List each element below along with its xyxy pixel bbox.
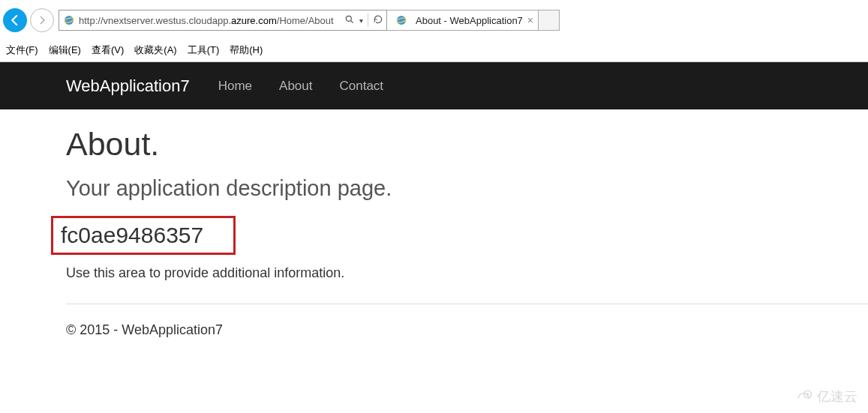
menu-edit[interactable]: 编辑(E) [49,43,81,57]
menu-tools[interactable]: 工具(T) [188,43,220,57]
search-icon[interactable] [344,14,355,27]
browser-nav-row: http://vnextserver.westus.cloudapp.azure… [0,0,868,40]
tab-title: About - WebApplication7 [416,15,523,26]
brand[interactable]: WebApplication7 [66,76,190,96]
svg-point-7 [806,394,809,396]
menu-file[interactable]: 文件(F) [6,43,38,57]
svg-point-0 [65,16,74,25]
dropdown-icon[interactable]: ▾ [359,16,363,25]
ie-icon [62,13,76,27]
nav-home[interactable]: Home [218,79,252,94]
watermark: 亿速云 [793,387,857,406]
url-post: /Home/About [277,15,334,26]
back-button[interactable] [3,8,27,32]
url-pre: http://vnextserver.westus.cloudapp. [79,15,231,26]
address-controls: ▾ [341,13,386,27]
menu-favorites[interactable]: 收藏夹(A) [134,43,176,57]
browser-tab[interactable]: About - WebApplication7 × [387,10,539,31]
menu-help[interactable]: 帮助(H) [230,43,263,57]
svg-point-4 [397,16,406,25]
watermark-icon [793,387,814,406]
footer: © 2015 - WebApplication7 [66,322,868,338]
url-domain: azure.com [231,15,277,26]
close-tab-icon[interactable]: × [527,14,533,26]
watermark-text: 亿速云 [817,388,857,406]
svg-line-3 [351,20,353,22]
browser-chrome: http://vnextserver.westus.cloudapp.azure… [0,0,868,62]
page-title: About. [66,126,868,163]
forward-button[interactable] [30,8,54,32]
ie-icon [395,13,408,27]
refresh-icon[interactable] [373,14,383,27]
new-tab-button[interactable] [539,10,560,31]
nav-links: Home About Contact [218,79,383,94]
highlighted-id: fc0ae9486357 [51,216,236,255]
nav-about[interactable]: About [279,79,312,94]
description: Use this area to provide additional info… [66,265,868,281]
svg-point-2 [346,16,351,21]
menu-view[interactable]: 查看(V) [92,43,124,57]
url-text: http://vnextserver.westus.cloudapp.azure… [79,15,341,26]
nav-contact[interactable]: Contact [340,79,384,94]
subtitle: Your application description page. [66,176,868,201]
content: About. Your application description page… [0,109,868,338]
app-navbar: WebApplication7 Home About Contact [0,62,868,109]
menu-bar: 文件(F) 编辑(E) 查看(V) 收藏夹(A) 工具(T) 帮助(H) [0,40,868,61]
address-bar[interactable]: http://vnextserver.westus.cloudapp.azure… [59,10,387,31]
divider [368,13,368,27]
divider [66,304,868,304]
